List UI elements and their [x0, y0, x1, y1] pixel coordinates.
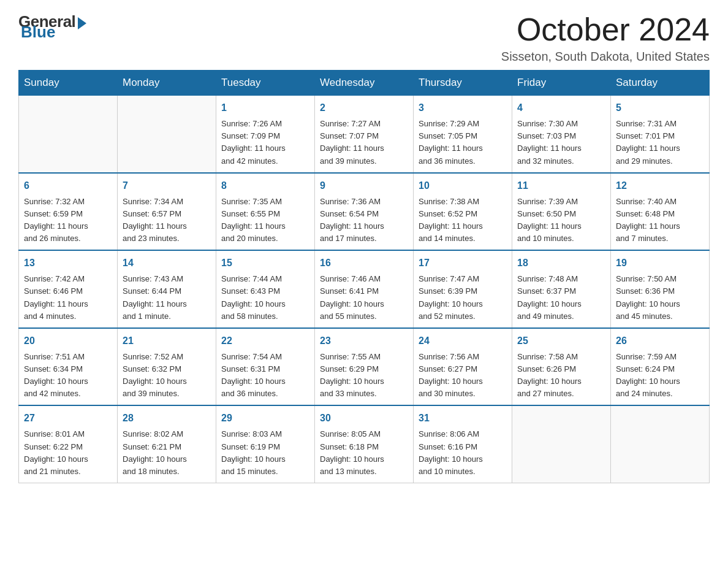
- day-number: 9: [320, 178, 408, 193]
- calendar-day-cell: 22Sunrise: 7:54 AMSunset: 6:31 PMDayligh…: [216, 328, 315, 406]
- day-number: 28: [123, 411, 211, 426]
- day-number: 16: [320, 256, 408, 270]
- logo: General Blue: [18, 12, 86, 42]
- weekday-header: Monday: [118, 71, 216, 96]
- day-info: Sunrise: 7:58 AMSunset: 6:26 PMDaylight:…: [517, 351, 605, 400]
- calendar-day-cell: 13Sunrise: 7:42 AMSunset: 6:46 PMDayligh…: [19, 250, 118, 328]
- logo-blue-text: Blue: [21, 23, 55, 42]
- day-number: 23: [320, 334, 408, 348]
- day-info: Sunrise: 7:31 AMSunset: 7:01 PMDaylight:…: [616, 118, 704, 167]
- calendar-day-cell: 20Sunrise: 7:51 AMSunset: 6:34 PMDayligh…: [19, 328, 118, 406]
- calendar-day-cell: 12Sunrise: 7:40 AMSunset: 6:48 PMDayligh…: [611, 173, 710, 251]
- calendar-day-cell: 27Sunrise: 8:01 AMSunset: 6:22 PMDayligh…: [19, 405, 118, 483]
- day-number: 31: [419, 411, 507, 426]
- day-info: Sunrise: 7:56 AMSunset: 6:27 PMDaylight:…: [419, 351, 507, 400]
- day-number: 2: [320, 101, 408, 115]
- calendar-day-cell: 21Sunrise: 7:52 AMSunset: 6:32 PMDayligh…: [118, 328, 216, 406]
- calendar-day-cell: 2Sunrise: 7:27 AMSunset: 7:07 PMDaylight…: [315, 96, 414, 173]
- day-number: 1: [221, 101, 309, 115]
- weekday-header: Tuesday: [216, 71, 315, 96]
- calendar-header-row: SundayMondayTuesdayWednesdayThursdayFrid…: [19, 71, 710, 96]
- calendar-day-cell: 7Sunrise: 7:34 AMSunset: 6:57 PMDaylight…: [118, 173, 216, 251]
- day-number: 4: [517, 101, 605, 115]
- calendar-day-cell: [118, 96, 216, 173]
- calendar-week-row: 13Sunrise: 7:42 AMSunset: 6:46 PMDayligh…: [19, 250, 710, 328]
- calendar-day-cell: 28Sunrise: 8:02 AMSunset: 6:21 PMDayligh…: [118, 405, 216, 483]
- day-number: 13: [24, 256, 112, 270]
- calendar-day-cell: [512, 405, 611, 483]
- weekday-header: Sunday: [19, 71, 118, 96]
- day-number: 27: [24, 411, 112, 426]
- calendar-day-cell: 8Sunrise: 7:35 AMSunset: 6:55 PMDaylight…: [216, 173, 315, 251]
- calendar-day-cell: 17Sunrise: 7:47 AMSunset: 6:39 PMDayligh…: [414, 250, 512, 328]
- day-info: Sunrise: 7:40 AMSunset: 6:48 PMDaylight:…: [616, 196, 704, 245]
- day-number: 21: [123, 334, 211, 348]
- month-title: October 2024: [501, 12, 710, 47]
- calendar-day-cell: 11Sunrise: 7:39 AMSunset: 6:50 PMDayligh…: [512, 173, 611, 251]
- calendar-day-cell: 24Sunrise: 7:56 AMSunset: 6:27 PMDayligh…: [414, 328, 512, 406]
- calendar-day-cell: 9Sunrise: 7:36 AMSunset: 6:54 PMDaylight…: [315, 173, 414, 251]
- day-info: Sunrise: 7:36 AMSunset: 6:54 PMDaylight:…: [320, 196, 408, 245]
- day-number: 10: [419, 178, 507, 193]
- day-number: 14: [123, 256, 211, 270]
- day-number: 5: [616, 101, 704, 115]
- day-info: Sunrise: 7:38 AMSunset: 6:52 PMDaylight:…: [419, 196, 507, 245]
- day-number: 25: [517, 334, 605, 348]
- day-number: 7: [123, 178, 211, 193]
- calendar-day-cell: 26Sunrise: 7:59 AMSunset: 6:24 PMDayligh…: [611, 328, 710, 406]
- day-info: Sunrise: 8:03 AMSunset: 6:19 PMDaylight:…: [221, 428, 309, 478]
- calendar-day-cell: 5Sunrise: 7:31 AMSunset: 7:01 PMDaylight…: [611, 96, 710, 173]
- day-number: 19: [616, 256, 704, 270]
- weekday-header: Wednesday: [315, 71, 414, 96]
- day-info: Sunrise: 7:34 AMSunset: 6:57 PMDaylight:…: [123, 196, 211, 245]
- day-number: 17: [419, 256, 507, 270]
- day-info: Sunrise: 7:44 AMSunset: 6:43 PMDaylight:…: [221, 273, 309, 323]
- day-number: 8: [221, 178, 309, 193]
- day-number: 12: [616, 178, 704, 193]
- day-info: Sunrise: 7:46 AMSunset: 6:41 PMDaylight:…: [320, 273, 408, 323]
- calendar-day-cell: 19Sunrise: 7:50 AMSunset: 6:36 PMDayligh…: [611, 250, 710, 328]
- day-info: Sunrise: 7:39 AMSunset: 6:50 PMDaylight:…: [517, 196, 605, 245]
- calendar-day-cell: 30Sunrise: 8:05 AMSunset: 6:18 PMDayligh…: [315, 405, 414, 483]
- day-info: Sunrise: 7:30 AMSunset: 7:03 PMDaylight:…: [517, 118, 605, 167]
- day-info: Sunrise: 7:48 AMSunset: 6:37 PMDaylight:…: [517, 273, 605, 323]
- title-area: October 2024 Sisseton, South Dakota, Uni…: [501, 12, 710, 64]
- calendar-day-cell: [19, 96, 118, 173]
- calendar-table: SundayMondayTuesdayWednesdayThursdayFrid…: [18, 70, 710, 483]
- day-number: 20: [24, 334, 112, 348]
- calendar-day-cell: 15Sunrise: 7:44 AMSunset: 6:43 PMDayligh…: [216, 250, 315, 328]
- day-info: Sunrise: 7:59 AMSunset: 6:24 PMDaylight:…: [616, 351, 704, 400]
- calendar-day-cell: 29Sunrise: 8:03 AMSunset: 6:19 PMDayligh…: [216, 405, 315, 483]
- day-info: Sunrise: 7:47 AMSunset: 6:39 PMDaylight:…: [419, 273, 507, 323]
- calendar-day-cell: 3Sunrise: 7:29 AMSunset: 7:05 PMDaylight…: [414, 96, 512, 173]
- day-info: Sunrise: 7:54 AMSunset: 6:31 PMDaylight:…: [221, 351, 309, 400]
- day-info: Sunrise: 7:55 AMSunset: 6:29 PMDaylight:…: [320, 351, 408, 400]
- calendar-day-cell: [611, 405, 710, 483]
- calendar-week-row: 20Sunrise: 7:51 AMSunset: 6:34 PMDayligh…: [19, 328, 710, 406]
- day-info: Sunrise: 7:42 AMSunset: 6:46 PMDaylight:…: [24, 273, 112, 323]
- calendar-week-row: 6Sunrise: 7:32 AMSunset: 6:59 PMDaylight…: [19, 173, 710, 251]
- day-number: 11: [517, 178, 605, 193]
- calendar-day-cell: 10Sunrise: 7:38 AMSunset: 6:52 PMDayligh…: [414, 173, 512, 251]
- day-number: 18: [517, 256, 605, 270]
- calendar-day-cell: 23Sunrise: 7:55 AMSunset: 6:29 PMDayligh…: [315, 328, 414, 406]
- calendar-day-cell: 25Sunrise: 7:58 AMSunset: 6:26 PMDayligh…: [512, 328, 611, 406]
- calendar-week-row: 1Sunrise: 7:26 AMSunset: 7:09 PMDaylight…: [19, 96, 710, 173]
- weekday-header: Saturday: [611, 71, 710, 96]
- day-info: Sunrise: 7:50 AMSunset: 6:36 PMDaylight:…: [616, 273, 704, 323]
- day-info: Sunrise: 8:02 AMSunset: 6:21 PMDaylight:…: [123, 428, 211, 478]
- day-number: 26: [616, 334, 704, 348]
- day-info: Sunrise: 8:05 AMSunset: 6:18 PMDaylight:…: [320, 428, 408, 478]
- day-info: Sunrise: 7:29 AMSunset: 7:05 PMDaylight:…: [419, 118, 507, 167]
- calendar-day-cell: 31Sunrise: 8:06 AMSunset: 6:16 PMDayligh…: [414, 405, 512, 483]
- calendar-day-cell: 4Sunrise: 7:30 AMSunset: 7:03 PMDaylight…: [512, 96, 611, 173]
- day-info: Sunrise: 7:35 AMSunset: 6:55 PMDaylight:…: [221, 196, 309, 245]
- weekday-header: Friday: [512, 71, 611, 96]
- calendar-day-cell: 6Sunrise: 7:32 AMSunset: 6:59 PMDaylight…: [19, 173, 118, 251]
- day-info: Sunrise: 7:51 AMSunset: 6:34 PMDaylight:…: [24, 351, 112, 400]
- calendar-day-cell: 16Sunrise: 7:46 AMSunset: 6:41 PMDayligh…: [315, 250, 414, 328]
- day-info: Sunrise: 8:01 AMSunset: 6:22 PMDaylight:…: [24, 428, 112, 478]
- day-number: 6: [24, 178, 112, 193]
- day-info: Sunrise: 8:06 AMSunset: 6:16 PMDaylight:…: [419, 428, 507, 478]
- weekday-header: Thursday: [414, 71, 512, 96]
